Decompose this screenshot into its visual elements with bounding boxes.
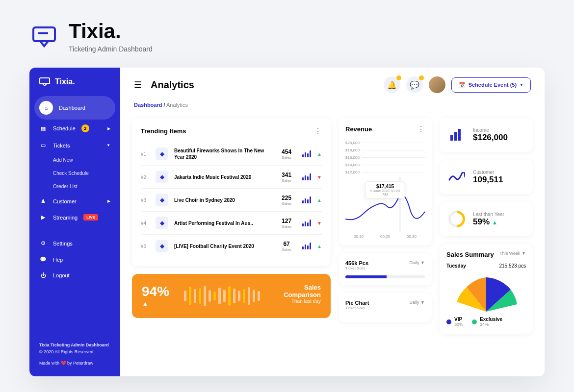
ticket-icon: ◆: [156, 171, 168, 183]
sparkline: [302, 150, 311, 157]
app-window: Tixia. ⌂ Dashboard ▦ Schedule 2 ▶ ▭ Tick…: [29, 68, 545, 376]
help-icon: 💬: [39, 256, 47, 263]
sparkline: [302, 196, 311, 203]
trend-up-icon: ▲: [317, 244, 322, 249]
breadcrumb-current: Analytics: [166, 102, 188, 108]
nav-label: Hep: [53, 257, 63, 263]
nav-label: Dashboard: [59, 105, 85, 111]
messages-button[interactable]: 💬: [406, 76, 423, 93]
period-select[interactable]: Daily ▼: [410, 300, 425, 305]
brand-tagline: Ticketing Admin Dashboard: [69, 45, 153, 53]
nav-help[interactable]: 💬 Hep: [29, 251, 120, 268]
revenue-card: Revenue ⋮ $20,000 $18,000 $16,000 $14,00…: [339, 118, 432, 245]
stat-value: 59%: [473, 217, 490, 226]
breadcrumb-root[interactable]: Dashboard /: [134, 102, 165, 108]
avatar[interactable]: [429, 76, 445, 93]
nav-label: Schedule: [53, 125, 76, 131]
nav-customer[interactable]: ♟ Customer ▶: [29, 193, 120, 209]
pie-title: Pie Chart: [345, 300, 369, 306]
rank: #1: [141, 151, 150, 157]
sales-count: 127Sales: [277, 218, 296, 229]
breadcrumb: Dashboard / Analytics: [120, 102, 545, 113]
notifications-button[interactable]: 🔔: [384, 76, 400, 93]
sales-count: 454Sales: [277, 148, 296, 160]
comparison-card: 94% ▲ Sales Comparison Than last day: [132, 274, 331, 318]
comparison-title: Sales Comparison: [268, 284, 321, 298]
trend-up-icon: ▲: [317, 197, 322, 203]
summary-day: Tuesday: [446, 263, 466, 269]
trend-down-icon: ▼: [317, 174, 322, 180]
schedule-event-button[interactable]: 📅 Schedule Event (5) ▼: [451, 77, 531, 93]
table-row[interactable]: #5 ◆ [LIVE] Football Charity Event 2020 …: [141, 235, 322, 257]
stat-value: 109,511: [473, 175, 503, 185]
sidebar-logo-text: Tixia.: [55, 77, 75, 86]
calendar-icon: 📅: [459, 82, 466, 88]
item-title: [LIVE] Football Charity Event 2020: [174, 243, 271, 249]
table-row[interactable]: #3 ◆ Live Choir in Sydney 2020 225Sales …: [141, 189, 322, 212]
ticket-icon: ◆: [156, 240, 168, 252]
chat-icon: 💬: [410, 80, 419, 90]
sparkline: [302, 220, 311, 226]
ticket-icon: ◆: [156, 217, 168, 229]
ring-icon: [447, 210, 466, 228]
wave-icon: [447, 168, 466, 186]
nav-schedule[interactable]: ▦ Schedule 2 ▶: [29, 120, 120, 137]
nav-settings[interactable]: ⚙ Settings: [29, 235, 120, 251]
item-title: Artist Performing Festival In Aus..: [174, 220, 271, 226]
table-row[interactable]: #2 ◆ Jakarta Indie Music Festival 2020 3…: [141, 166, 322, 189]
chevron-right-icon: ▶: [107, 199, 110, 203]
stat-label: Customer: [473, 170, 503, 175]
card-title: Sales Summary: [446, 251, 494, 258]
more-icon[interactable]: ⋮: [417, 124, 425, 134]
rank: #5: [141, 244, 150, 249]
power-icon: ⏻: [39, 272, 47, 278]
ticket-title: 456k Pcs: [345, 260, 368, 266]
sidebar-logo[interactable]: Tixia.: [29, 77, 120, 96]
button-label: Schedule Event (5): [469, 82, 517, 88]
customer-card: Customer 109,511: [440, 160, 533, 194]
ticket-icon: ▭: [39, 142, 47, 148]
ticket-icon: [39, 77, 50, 86]
bars-icon: [447, 125, 466, 144]
topbar: ☰ Analytics 🔔 💬 📅 Schedule Event (5) ▼: [120, 68, 545, 102]
nav-logout[interactable]: ⏻ Logout: [29, 268, 120, 283]
bell-icon: 🔔: [387, 80, 397, 90]
nav-streaming[interactable]: ▶ Streaming LIVE: [29, 209, 120, 225]
item-title: Live Choir in Sydney 2020: [174, 197, 271, 203]
revenue-tooltip: $17,415 5 June 2020, 01:20 AM: [365, 181, 405, 198]
caret-up-icon: ▲: [492, 219, 497, 226]
table-row[interactable]: #4 ◆ Artist Performing Festival In Aus..…: [141, 212, 322, 235]
pie-chart: [454, 272, 518, 312]
home-icon: ⌂: [39, 101, 53, 115]
rank: #4: [141, 220, 150, 226]
svg-rect-6: [454, 132, 457, 141]
sales-summary-card: Sales Summary This Week ▼ Tuesday 215,52…: [440, 244, 533, 334]
period-select[interactable]: This Week ▼: [499, 251, 526, 256]
nav-dashboard[interactable]: ⌂ Dashboard: [34, 96, 115, 120]
legend-dot: [446, 319, 451, 324]
chevron-down-icon: ▼: [106, 143, 110, 147]
more-icon[interactable]: ⋮: [314, 126, 322, 136]
card-title: Trending Items: [141, 127, 186, 135]
rank: #2: [141, 174, 150, 180]
sub-add-new[interactable]: Add New: [29, 153, 120, 167]
sparkline: [302, 173, 311, 180]
legend: VIP30% Exclusive24%: [446, 317, 526, 327]
period-select[interactable]: Daily ▼: [410, 260, 425, 265]
nav-tickets[interactable]: ▭ Tickets ▼: [29, 137, 120, 153]
progress-bar: [345, 275, 425, 278]
menu-toggle-icon[interactable]: ☰: [134, 79, 142, 90]
comparison-bars: [184, 284, 260, 308]
live-badge: LIVE: [83, 214, 98, 220]
sub-check-schedule[interactable]: Check Schedule: [29, 167, 120, 180]
table-row[interactable]: #1 ◆ Beautiful Fireworks Shows In The Ne…: [141, 143, 322, 166]
page-title: Analytics: [151, 79, 194, 91]
brand-logo-icon: [29, 22, 59, 51]
stat-label: Income: [473, 127, 508, 133]
revenue-chart: $17,415 5 June 2020, 01:20 AM: [345, 177, 425, 231]
rank: #3: [141, 197, 150, 203]
sub-order-list[interactable]: Oreder List: [29, 180, 120, 193]
ticket-sub: Ticket Sold: [345, 266, 368, 270]
calendar-icon: ▦: [39, 125, 47, 132]
trend-up-icon: ▲: [317, 151, 322, 157]
